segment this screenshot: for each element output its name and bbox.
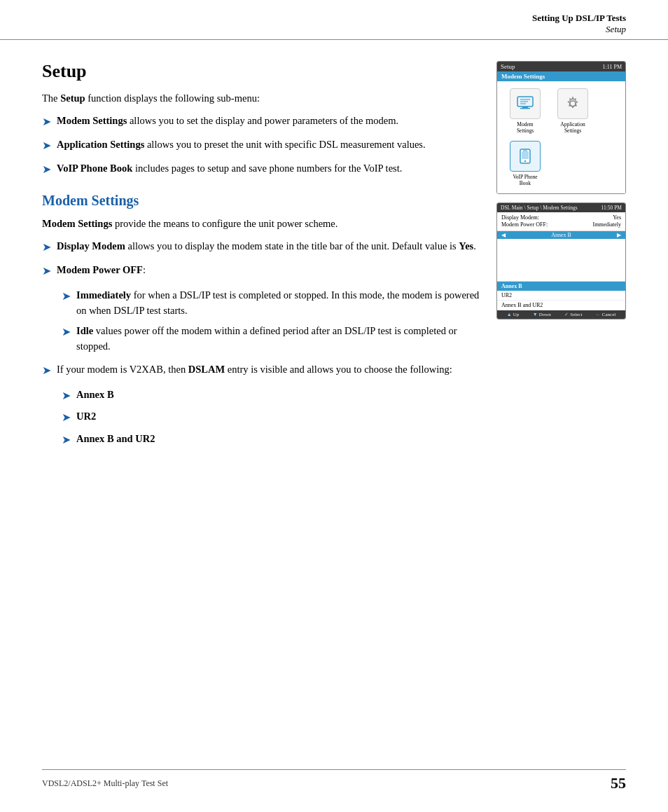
down-icon: ▼ [533, 312, 538, 317]
modem-title: Modem Settings [42, 193, 480, 209]
cancel-label: Cancel [602, 312, 615, 317]
text-column: Setup The Setup function displays the fo… [42, 61, 480, 456]
arrow-icon: ➤ [62, 432, 71, 449]
bullet-text: If your modem is V2XAB, then DSLAM entry… [57, 362, 452, 377]
bullet-bold: Immediately [76, 289, 131, 301]
voip-label: VoIP PhoneBook [513, 174, 537, 186]
sel-item: Annex B and UR2 [497, 301, 625, 310]
bullet-bold: Display Modem [57, 240, 125, 252]
bullet-bold: Idle [76, 325, 93, 336]
bullet-bold: Application Settings [57, 139, 144, 150]
device-time-1: 1:11 PM [603, 64, 622, 70]
header-right: Setting Up DSL/IP Tests Setup [532, 13, 626, 35]
bullet-bold: VoIP Phone Book [57, 163, 132, 174]
up-label: Up [513, 312, 520, 317]
device-mockup-1: Setup 1:11 PM Modem Settings [496, 61, 626, 194]
arrow-icon: ➤ [42, 362, 51, 380]
device-voip-row: VoIP PhoneBook [497, 138, 625, 193]
modem-intro-bold: Modem Settings [42, 218, 112, 229]
gear-icon [563, 94, 583, 113]
content-area: Setup The Setup function displays the fo… [0, 40, 668, 477]
device-icon-modem: ModemSettings [504, 88, 546, 134]
phone-icon [515, 146, 535, 166]
list-item: ➤ Modem Settings allows you to set the d… [42, 113, 480, 131]
select-label: Select [570, 312, 582, 317]
option-label: Annex B [76, 387, 114, 402]
setup-title: Setup [42, 61, 480, 82]
modem-settings-icon-box [510, 88, 541, 119]
svg-point-10 [524, 160, 526, 162]
device2-header: DSL Main \ Setup \ Modem Settings 11:50 … [497, 203, 625, 212]
device-icon-voip: VoIP PhoneBook [504, 141, 546, 186]
svg-rect-9 [522, 151, 529, 159]
device2-row-1: Display Modem: Yes [501, 214, 621, 221]
svg-rect-2 [520, 108, 530, 109]
device2-time: 11:50 PM [601, 205, 622, 211]
modem-power-sub-list: ➤ Immediately for when a DSL/IP test is … [42, 287, 480, 355]
dslam-label: ◀ [501, 232, 506, 238]
page-footer: VDSL2/ADSL2+ Multi-play Test Set 55 [42, 769, 626, 792]
device2-annex-display [497, 239, 625, 281]
bullet-bold: Modem Settings [57, 115, 127, 126]
row-value: Yes [613, 214, 621, 221]
device-icon-app: ApplicationSettings [552, 88, 594, 134]
bullet-text: Immediately for when a DSL/IP test is co… [76, 287, 480, 319]
arrow-icon: ➤ [42, 113, 51, 131]
arrow-icon: ➤ [62, 387, 71, 405]
list-item: ➤ If your modem is V2XAB, then DSLAM ent… [42, 362, 480, 380]
page-number: 55 [611, 774, 626, 792]
option-label: Annex B and UR2 [76, 431, 155, 446]
list-item: ➤ UR2 [62, 408, 480, 427]
up-icon: ▲ [507, 312, 512, 317]
arrow-icon: ➤ [42, 137, 51, 155]
sel-header: Annex B [497, 282, 625, 291]
setup-intro-rest: function displays the following sub-menu… [85, 92, 260, 104]
svg-rect-1 [522, 106, 528, 108]
arrow-icon: ➤ [42, 161, 51, 179]
cancel-icon: ← [596, 312, 601, 317]
option-label: UR2 [76, 408, 96, 424]
setup-intro-bold: Setup [60, 92, 85, 104]
monitor-icon [515, 94, 535, 113]
bullet-text: Application Settings allows you to prese… [57, 137, 426, 152]
list-item: ➤ Display Modem allows you to display th… [42, 238, 480, 256]
header-section: Setup [532, 24, 626, 35]
bullet-text: Display Modem allows you to display the … [57, 238, 476, 254]
check-icon: ✓ [564, 312, 569, 317]
device-menu-bar-1: Modem Settings [497, 71, 625, 81]
bullet-bold: DSLAM [188, 364, 225, 375]
setup-bullet-list: ➤ Modem Settings allows you to set the d… [42, 113, 480, 178]
bullet-bold-inline: Yes [459, 240, 473, 252]
device2-breadcrumb: DSL Main \ Setup \ Modem Settings [501, 205, 578, 211]
footer-cancel-btn[interactable]: ← Cancel [596, 312, 615, 317]
svg-rect-11 [523, 151, 527, 151]
footer-down-btn[interactable]: ▼ Down [533, 312, 551, 317]
footer-up-btn[interactable]: ▲ Up [507, 312, 520, 317]
device-icons-row: ModemSettings ApplicationSettings [497, 81, 625, 138]
list-item: ➤ VoIP Phone Book includes pages to setu… [42, 160, 480, 179]
sel-item: UR2 [497, 291, 625, 301]
arrow-icon: ➤ [62, 288, 71, 305]
footer-select-btn[interactable]: ✓ Select [564, 312, 582, 317]
arrow-icon: ➤ [62, 324, 71, 341]
header-chapter: Setting Up DSL/IP Tests [532, 13, 626, 24]
list-item: ➤ Annex B and UR2 [62, 431, 480, 449]
app-settings-label: ApplicationSettings [560, 121, 585, 134]
voip-icon-box [510, 141, 541, 172]
list-item: ➤ Modem Power OFF: [42, 262, 480, 280]
modem-settings-label: ModemSettings [517, 121, 534, 134]
device2-dslam-bar: ◀ Annex B ▶ [497, 231, 625, 239]
arrow-icon: ➤ [62, 409, 71, 427]
arrow-icon: ➤ [42, 239, 51, 256]
dslam-value: Annex B [551, 232, 571, 238]
device2-footer-bar: ▲ Up ▼ Down ✓ Select ← Cancel [497, 310, 625, 319]
dslam-bullet-list: ➤ If your modem is V2XAB, then DSLAM ent… [42, 362, 480, 380]
device-header-1: Setup 1:11 PM [497, 62, 625, 71]
page-header: Setting Up DSL/IP Tests Setup [0, 0, 668, 40]
modem-intro-rest: provide the means to configure the unit … [112, 218, 338, 229]
modem-bullet-list: ➤ Display Modem allows you to display th… [42, 238, 480, 280]
list-item: ➤ Idle values power off the modem within… [62, 323, 480, 355]
sidebar-column: Setup 1:11 PM Modem Settings [496, 61, 626, 456]
footer-product: VDSL2/ADSL2+ Multi-play Test Set [42, 778, 168, 789]
modem-intro: Modem Settings provide the means to conf… [42, 216, 480, 231]
